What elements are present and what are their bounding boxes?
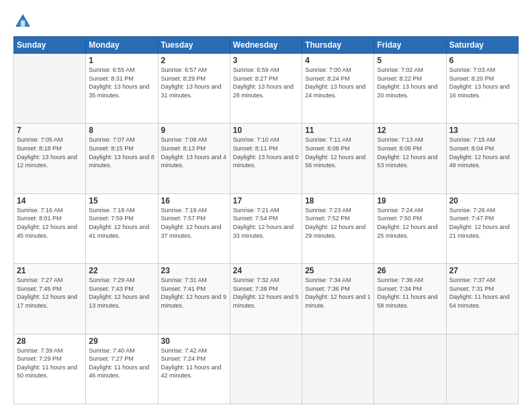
calendar-header-row: SundayMondayTuesdayWednesdayThursdayFrid… [14,37,519,54]
calendar-cell: 18 Sunrise: 7:23 AM Sunset: 7:52 PM Dayl… [302,193,374,263]
day-info: Sunrise: 7:32 AM Sunset: 7:38 PM Dayligh… [233,276,299,310]
day-info: Sunrise: 7:42 AM Sunset: 7:24 PM Dayligh… [161,347,227,380]
day-info: Sunrise: 7:02 AM Sunset: 8:22 PM Dayligh… [377,66,443,99]
day-number: 25 [305,266,371,275]
day-info: Sunrise: 7:00 AM Sunset: 8:24 PM Dayligh… [305,66,371,99]
calendar-cell: 24 Sunrise: 7:32 AM Sunset: 7:38 PM Dayl… [230,264,302,334]
day-number: 12 [377,126,443,135]
day-info: Sunrise: 7:10 AM Sunset: 8:11 PM Dayligh… [233,136,299,169]
calendar-cell: 12 Sunrise: 7:13 AM Sunset: 8:06 PM Dayl… [374,124,446,193]
day-number: 27 [449,266,515,275]
calendar-cell: 27 Sunrise: 7:37 AM Sunset: 7:31 PM Dayl… [446,264,518,334]
calendar-cell: 6 Sunrise: 7:03 AM Sunset: 8:20 PM Dayli… [446,54,518,124]
calendar-header-saturday: Saturday [446,37,518,54]
calendar-week-row: 1 Sunrise: 6:55 AM Sunset: 8:31 PM Dayli… [14,54,519,124]
calendar-cell: 20 Sunrise: 7:26 AM Sunset: 7:47 PM Dayl… [446,193,518,263]
logo-icon [13,12,32,31]
calendar-header-thursday: Thursday [302,37,374,54]
day-info: Sunrise: 7:34 AM Sunset: 7:36 PM Dayligh… [305,276,371,310]
calendar-cell: 9 Sunrise: 7:08 AM Sunset: 8:13 PM Dayli… [158,124,230,193]
day-number: 8 [89,126,154,135]
day-info: Sunrise: 7:13 AM Sunset: 8:06 PM Dayligh… [377,136,443,169]
calendar-cell: 3 Sunrise: 6:59 AM Sunset: 8:27 PM Dayli… [230,54,302,124]
calendar-week-row: 14 Sunrise: 7:16 AM Sunset: 8:01 PM Dayl… [14,193,519,263]
header [13,12,519,31]
day-number: 22 [89,266,154,275]
calendar-cell: 17 Sunrise: 7:21 AM Sunset: 7:54 PM Dayl… [230,193,302,263]
day-info: Sunrise: 7:18 AM Sunset: 7:59 PM Dayligh… [89,206,154,240]
day-number: 9 [161,126,227,135]
calendar-cell: 8 Sunrise: 7:07 AM Sunset: 8:15 PM Dayli… [86,124,158,193]
calendar-header-sunday: Sunday [14,37,86,54]
day-number: 11 [305,126,371,135]
day-number: 4 [305,56,371,65]
day-number: 5 [377,56,443,65]
calendar-cell: 13 Sunrise: 7:15 AM Sunset: 8:04 PM Dayl… [446,124,518,193]
day-number: 24 [233,266,299,275]
day-number: 23 [161,266,227,275]
day-number: 2 [161,56,227,65]
day-info: Sunrise: 7:11 AM Sunset: 8:08 PM Dayligh… [305,136,371,169]
calendar-week-row: 7 Sunrise: 7:05 AM Sunset: 8:18 PM Dayli… [14,124,519,193]
calendar-cell: 7 Sunrise: 7:05 AM Sunset: 8:18 PM Dayli… [14,124,86,193]
day-number: 7 [17,126,83,135]
day-number: 16 [161,196,227,205]
calendar-header-monday: Monday [86,37,158,54]
day-info: Sunrise: 6:55 AM Sunset: 8:31 PM Dayligh… [89,66,154,99]
calendar-cell: 30 Sunrise: 7:42 AM Sunset: 7:24 PM Dayl… [158,334,230,404]
day-info: Sunrise: 7:05 AM Sunset: 8:18 PM Dayligh… [17,136,83,169]
calendar-cell [374,334,446,404]
calendar-cell: 15 Sunrise: 7:18 AM Sunset: 7:59 PM Dayl… [86,193,158,263]
calendar-cell: 2 Sunrise: 6:57 AM Sunset: 8:29 PM Dayli… [158,54,230,124]
day-info: Sunrise: 7:16 AM Sunset: 8:01 PM Dayligh… [17,206,83,240]
day-info: Sunrise: 7:37 AM Sunset: 7:31 PM Dayligh… [449,276,515,310]
calendar: SundayMondayTuesdayWednesdayThursdayFrid… [13,36,519,404]
calendar-cell [302,334,374,404]
day-number: 26 [377,266,443,275]
day-info: Sunrise: 7:03 AM Sunset: 8:20 PM Dayligh… [449,66,515,99]
calendar-cell [446,334,518,404]
day-info: Sunrise: 7:08 AM Sunset: 8:13 PM Dayligh… [161,136,227,169]
calendar-cell [230,334,302,404]
day-info: Sunrise: 6:57 AM Sunset: 8:29 PM Dayligh… [161,66,227,99]
day-info: Sunrise: 7:15 AM Sunset: 8:04 PM Dayligh… [449,136,515,169]
calendar-cell: 23 Sunrise: 7:31 AM Sunset: 7:41 PM Dayl… [158,264,230,334]
calendar-cell: 14 Sunrise: 7:16 AM Sunset: 8:01 PM Dayl… [14,193,86,263]
day-info: Sunrise: 7:19 AM Sunset: 7:57 PM Dayligh… [161,206,227,240]
day-info: Sunrise: 7:27 AM Sunset: 7:45 PM Dayligh… [17,276,83,310]
day-info: Sunrise: 7:07 AM Sunset: 8:15 PM Dayligh… [89,136,154,169]
day-number: 15 [89,196,154,205]
calendar-cell: 10 Sunrise: 7:10 AM Sunset: 8:11 PM Dayl… [230,124,302,193]
calendar-header-friday: Friday [374,37,446,54]
day-info: Sunrise: 7:36 AM Sunset: 7:34 PM Dayligh… [377,276,443,310]
calendar-cell: 5 Sunrise: 7:02 AM Sunset: 8:22 PM Dayli… [374,54,446,124]
day-number: 13 [449,126,515,135]
day-number: 3 [233,56,299,65]
day-number: 21 [17,266,83,275]
calendar-cell: 25 Sunrise: 7:34 AM Sunset: 7:36 PM Dayl… [302,264,374,334]
day-info: Sunrise: 6:59 AM Sunset: 8:27 PM Dayligh… [233,66,299,99]
day-number: 20 [449,196,515,205]
svg-rect-2 [21,20,25,26]
logo [13,12,35,31]
calendar-cell: 11 Sunrise: 7:11 AM Sunset: 8:08 PM Dayl… [302,124,374,193]
calendar-cell: 26 Sunrise: 7:36 AM Sunset: 7:34 PM Dayl… [374,264,446,334]
day-number: 28 [17,336,83,346]
day-number: 19 [377,196,443,205]
day-info: Sunrise: 7:39 AM Sunset: 7:29 PM Dayligh… [17,347,83,380]
day-info: Sunrise: 7:31 AM Sunset: 7:41 PM Dayligh… [161,276,227,310]
calendar-cell: 4 Sunrise: 7:00 AM Sunset: 8:24 PM Dayli… [302,54,374,124]
calendar-cell [14,54,86,124]
page: SundayMondayTuesdayWednesdayThursdayFrid… [0,0,532,411]
calendar-header-tuesday: Tuesday [158,37,230,54]
day-info: Sunrise: 7:23 AM Sunset: 7:52 PM Dayligh… [305,206,371,240]
day-number: 1 [89,56,154,65]
calendar-cell: 21 Sunrise: 7:27 AM Sunset: 7:45 PM Dayl… [14,264,86,334]
day-number: 10 [233,126,299,135]
calendar-cell: 16 Sunrise: 7:19 AM Sunset: 7:57 PM Dayl… [158,193,230,263]
calendar-week-row: 28 Sunrise: 7:39 AM Sunset: 7:29 PM Dayl… [14,334,519,404]
calendar-cell: 29 Sunrise: 7:40 AM Sunset: 7:27 PM Dayl… [86,334,158,404]
calendar-cell: 19 Sunrise: 7:24 AM Sunset: 7:50 PM Dayl… [374,193,446,263]
day-info: Sunrise: 7:21 AM Sunset: 7:54 PM Dayligh… [233,206,299,240]
day-number: 29 [89,336,154,346]
